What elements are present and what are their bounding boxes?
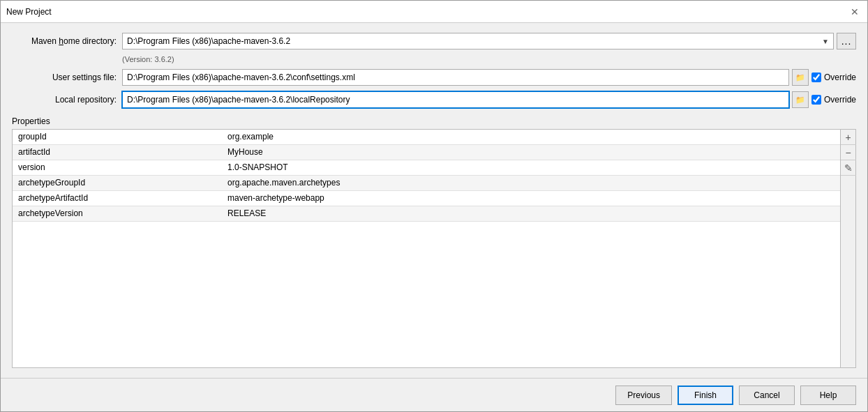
properties-sidebar: + − ✎ [840,130,855,367]
new-project-dialog: New Project ✕ Maven home directory: D:\P… [0,0,868,412]
close-button[interactable]: ✕ [848,5,862,19]
title-bar: New Project ✕ [1,1,867,23]
property-key: groupId [13,130,222,144]
property-value: maven-archetype-webapp [222,191,840,206]
maven-home-value: D:\Program Files (x86)\apache-maven-3.6.… [127,36,290,46]
property-value: org.apache.maven.archetypes [222,176,840,190]
property-value: RELEASE [222,206,840,221]
user-settings-input-group: 📁 Override [122,69,856,86]
dialog-title: New Project [6,7,52,17]
property-value: org.example [222,130,840,144]
dialog-footer: Previous Finish Cancel Help [1,378,867,411]
table-row[interactable]: groupId org.example [13,130,840,145]
cancel-button[interactable]: Cancel [739,386,795,405]
user-settings-override-checkbox[interactable] [811,73,821,82]
local-repo-label: Local repository: [12,95,117,105]
property-key: archetypeGroupId [13,176,222,190]
finish-button[interactable]: Finish [678,386,733,405]
edit-property-button[interactable]: ✎ [841,160,856,176]
maven-home-browse-button[interactable]: ... [837,33,856,49]
local-repo-input-group: 📁 Override [122,91,856,108]
user-settings-browse-button[interactable]: 📁 [792,69,809,86]
maven-home-input-group: D:\Program Files (x86)\apache-maven-3.6.… [122,33,856,49]
properties-section: Properties groupId org.example artifactI… [12,116,856,368]
local-repo-row: Local repository: 📁 Override [12,91,856,108]
help-button[interactable]: Help [800,386,856,405]
maven-home-row: Maven home directory: D:\Program Files (… [12,33,856,49]
add-property-button[interactable]: + [841,130,856,145]
user-settings-override-label: Override [824,73,856,82]
maven-home-label: Maven home directory: [12,36,117,46]
property-key: archetypeVersion [13,206,222,221]
folder-icon-2: 📁 [795,96,805,105]
maven-home-dropdown-arrow: ▼ [822,38,829,45]
user-settings-row: User settings file: 📁 Override [12,69,856,86]
maven-version-text: (Version: 3.6.2) [122,55,856,63]
local-repo-override-checkbox[interactable] [811,95,821,105]
maven-home-label-text: Maven home directory: [31,36,117,46]
local-repo-browse-button[interactable]: 📁 [792,91,809,108]
previous-button[interactable]: Previous [615,386,672,405]
properties-table-container: groupId org.example artifactId MyHouse v… [12,129,856,368]
table-row[interactable]: archetypeVersion RELEASE [13,206,840,222]
property-value: MyHouse [222,145,840,160]
folder-icon: 📁 [795,73,805,82]
user-settings-input[interactable] [122,69,789,86]
table-row[interactable]: archetypeGroupId org.apache.maven.archet… [13,176,840,191]
user-settings-label: User settings file: [12,73,117,82]
properties-title: Properties [12,116,856,126]
local-repo-override-row: Override [811,91,856,108]
dialog-content: Maven home directory: D:\Program Files (… [1,23,867,378]
remove-property-button[interactable]: − [841,145,856,160]
local-repo-input[interactable] [122,91,789,108]
local-repo-override-label: Override [824,95,856,105]
property-key: artifactId [13,145,222,160]
properties-table: groupId org.example artifactId MyHouse v… [13,130,840,367]
table-row[interactable]: artifactId MyHouse [13,145,840,160]
property-value: 1.0-SNAPSHOT [222,160,840,175]
user-settings-override-row: Override [811,69,856,86]
table-row[interactable]: version 1.0-SNAPSHOT [13,160,840,176]
property-key: version [13,160,222,175]
property-key: archetypeArtifactId [13,191,222,206]
table-row[interactable]: archetypeArtifactId maven-archetype-weba… [13,191,840,206]
maven-home-dropdown[interactable]: D:\Program Files (x86)\apache-maven-3.6.… [122,33,834,49]
